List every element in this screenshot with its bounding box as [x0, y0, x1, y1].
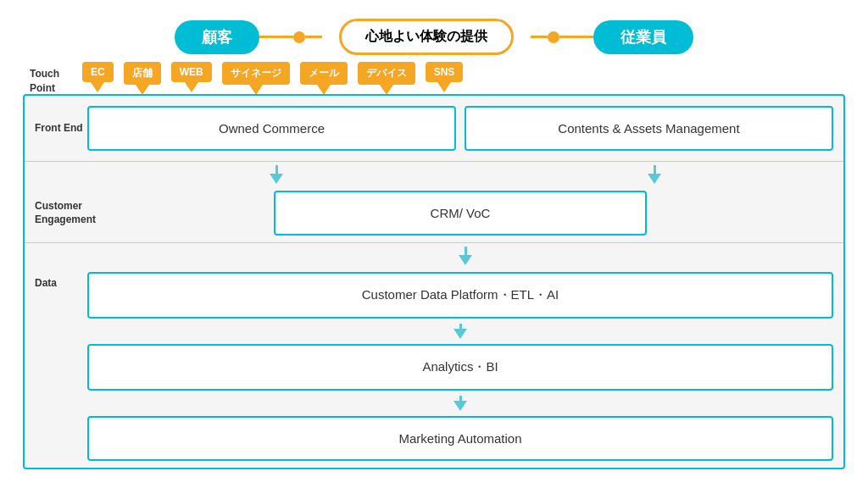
tp-device: デバイス	[358, 62, 415, 95]
dot-left	[293, 31, 305, 43]
tp-ec: EC	[82, 62, 114, 92]
engagement-label: CustomerEngagement	[35, 199, 87, 228]
tp-mail: メール	[300, 62, 348, 95]
touchpoint-items: EC 店舗 WEB サイネージ メール デバイス	[82, 62, 845, 95]
top-bar: 顧客 心地よい体験の提供 従業員	[23, 19, 845, 55]
arrow-analytics-ma	[87, 396, 833, 411]
tp-web: WEB	[171, 62, 212, 92]
tp-ec-badge: EC	[82, 62, 114, 82]
arrow-cdp-analytics	[87, 324, 833, 339]
owned-commerce-box: Owned Commerce	[87, 106, 456, 151]
tp-store: 店舗	[124, 62, 161, 95]
employee-pill: 従業員	[593, 20, 693, 54]
connector-right-line2	[559, 36, 593, 38]
customer-pill: 顧客	[175, 20, 259, 54]
engagement-content: CRM/ VoC	[87, 191, 833, 236]
tp-signage-badge: サイネージ	[222, 62, 290, 85]
engagement-section: CustomerEngagement CRM/ VoC	[25, 184, 843, 243]
main-grid: Front End Owned Commerce Contents & Asse…	[23, 94, 845, 469]
tp-sns-arrow	[437, 82, 451, 92]
experience-pill: 心地よい体験の提供	[339, 19, 514, 55]
dot-right	[548, 31, 559, 43]
tp-mail-badge: メール	[300, 62, 348, 85]
frontend-section: Front End Owned Commerce Contents & Asse…	[25, 96, 843, 162]
frontend-label: Front End	[35, 122, 87, 134]
data-label: Data	[35, 272, 87, 289]
arrow-row-2	[25, 243, 843, 265]
connector-right-line1	[531, 36, 548, 38]
tp-sns: SNS	[426, 62, 464, 92]
arrow-row-1	[25, 162, 843, 184]
blue-arrow-1	[87, 165, 465, 184]
tp-web-arrow	[185, 82, 198, 92]
marketing-automation-box: Marketing Automation	[87, 416, 833, 461]
touchpoint-label: Touch Point	[30, 62, 82, 96]
tp-store-badge: 店舗	[124, 62, 161, 85]
tp-sns-badge: SNS	[426, 62, 464, 82]
data-content: Customer Data Platform・ETL・AI Analytics・…	[87, 272, 833, 461]
connector-left-line	[259, 36, 293, 38]
tp-ec-arrow	[91, 82, 104, 92]
crm-voc-box: CRM/ VoC	[274, 191, 647, 236]
tp-device-badge: デバイス	[358, 62, 415, 85]
frontend-boxes: Owned Commerce Contents & Assets Managem…	[87, 106, 833, 151]
analytics-box: Analytics・BI	[87, 344, 833, 391]
contents-assets-box: Contents & Assets Management	[465, 106, 833, 151]
data-section: Data Customer Data Platform・ETL・AI Analy…	[25, 265, 843, 468]
cdp-box: Customer Data Platform・ETL・AI	[87, 272, 833, 319]
diagram-layout: 顧客 心地よい体験の提供 従業員 Touch Point EC 店舗 WEB	[23, 19, 845, 469]
connector-left-line2	[305, 36, 322, 38]
blue-arrow-2	[465, 165, 843, 184]
tp-web-badge: WEB	[171, 62, 212, 82]
touchpoint-row: Touch Point EC 店舗 WEB サイネージ メール	[23, 62, 845, 96]
tp-signage: サイネージ	[222, 62, 290, 95]
